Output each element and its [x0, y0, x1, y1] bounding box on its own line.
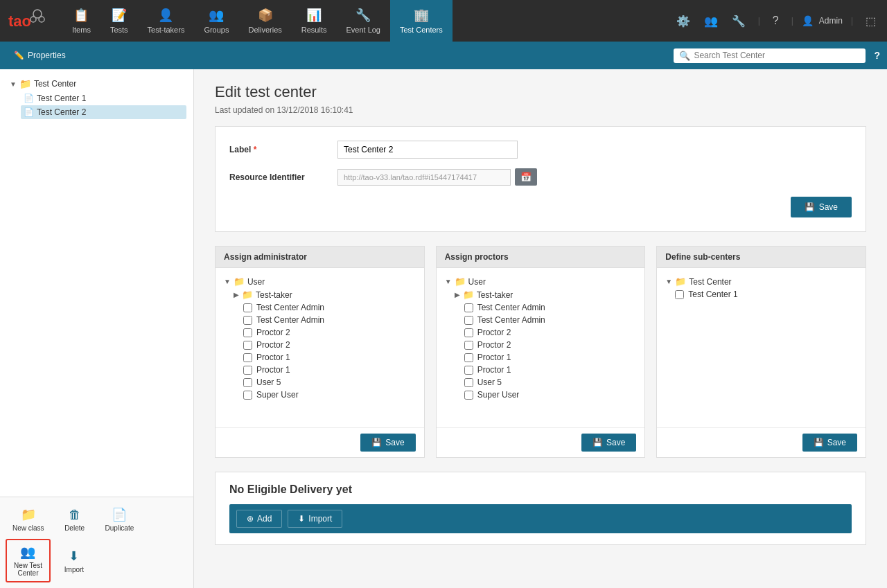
assign-admin-save-btn[interactable]: 💾 Save [360, 434, 415, 452]
new-test-center-icon: 👥 [20, 544, 35, 560]
nav-item-test-centers[interactable]: 🏢 Test Centers [390, 0, 453, 42]
proctor-user-root[interactable]: ▼ 📁 User [445, 275, 637, 288]
assign-proctors-save-btn[interactable]: 💾 Save [581, 434, 636, 452]
admin-testtaker-item[interactable]: ▶ 📁 Test-taker [234, 288, 416, 301]
nav-item-results[interactable]: 📊 Results [292, 0, 337, 42]
delivery-actions: ⊕ Add ⬇ Import [229, 504, 852, 533]
proctor-item-2: Proctor 2 [464, 326, 637, 339]
duplicate-btn[interactable]: 📄 Duplicate [98, 503, 141, 536]
tc1-label: Test Center 1 [37, 93, 86, 103]
divider-3: | [851, 16, 853, 26]
proctor-checkbox-0[interactable] [464, 303, 473, 312]
proctor-checkbox-3[interactable] [464, 341, 473, 350]
proctor-checkbox-5[interactable] [464, 366, 473, 375]
resource-picker-btn[interactable]: 📅 [515, 168, 537, 186]
svg-text:tao: tao [8, 12, 31, 30]
tree-item-tc2[interactable]: 📄 Test Center 2 [21, 105, 186, 119]
proctor-checkbox-7[interactable] [464, 391, 473, 400]
proctor-checkbox-2[interactable] [464, 328, 473, 337]
admin-test-taker-group: ▶ 📁 Test-taker [224, 288, 416, 301]
admin-checkbox-6[interactable] [243, 378, 252, 387]
new-test-center-label: New TestCenter [14, 562, 42, 577]
duplicate-icon: 📄 [112, 507, 127, 522]
nav-item-deliveries[interactable]: 📦 Deliveries [238, 0, 291, 42]
admin-checkbox-5[interactable] [243, 366, 252, 375]
admin-user-expand: ▼ [224, 278, 231, 285]
assign-admin-header: Assign administrator [216, 247, 424, 268]
assign-admin-footer: 💾 Save [216, 427, 424, 457]
assign-admin-panel: Assign administrator ▼ 📁 User ▶ 📁 Test-t… [215, 246, 425, 458]
settings-btn[interactable]: ⚙️ [672, 12, 694, 30]
admin-user-folder-icon: 📁 [234, 276, 245, 287]
proctor-checkbox-1[interactable] [464, 316, 473, 325]
sidebar-tree: ▼ 📁 Test Center 📄 Test Center 1 📄 Test C… [0, 69, 193, 497]
proctor-user-expand: ▼ [445, 278, 452, 285]
admin-item-6: User 5 [243, 376, 416, 389]
form-save-btn[interactable]: 💾 Save [791, 197, 852, 217]
proctor-checkbox-6[interactable] [464, 378, 473, 387]
admin-user-icon: 👤 [802, 15, 814, 26]
resource-input[interactable] [337, 169, 511, 186]
subcenter-checkbox-0[interactable] [675, 290, 684, 299]
nav-item-tests[interactable]: 📝 Tests [100, 0, 138, 42]
logout-btn[interactable]: ⬚ [861, 12, 880, 30]
admin-testtaker-folder-icon: 📁 [242, 289, 253, 300]
admin-checkbox-4[interactable] [243, 353, 252, 362]
save-icon: 💾 [805, 202, 815, 212]
admin-checkbox-7[interactable] [243, 391, 252, 400]
proctor-checkbox-4[interactable] [464, 353, 473, 362]
proctor-test-taker-group: ▶ 📁 Test-taker [445, 288, 637, 301]
sidebar-actions: 📁 New class 🗑 Delete 📄 Duplicate 👥 New T… [0, 497, 193, 588]
admin-checkbox-2[interactable] [243, 328, 252, 337]
search-container: 🔍 [674, 48, 866, 63]
label-input[interactable] [337, 141, 518, 159]
admin-items-list: Test Center Admin Test Center Admin Proc… [224, 301, 416, 401]
delete-btn[interactable]: 🗑 Delete [54, 503, 96, 536]
new-class-btn[interactable]: 📁 New class [6, 503, 51, 536]
nav-item-items[interactable]: 📋 Items [62, 0, 100, 42]
admin-checkbox-1[interactable] [243, 316, 252, 325]
nav-item-event-log[interactable]: 🔧 Event Log [336, 0, 390, 42]
import-btn[interactable]: ⬇ Import [53, 539, 95, 582]
tree-item-tc1[interactable]: 📄 Test Center 1 [21, 91, 186, 105]
define-subcenters-save-btn[interactable]: 💾 Save [802, 434, 857, 452]
users-btn[interactable]: 👥 [700, 12, 722, 30]
admin-user-root[interactable]: ▼ 📁 User [224, 275, 416, 288]
admin-save-icon: 💾 [371, 438, 382, 447]
subcenter-expand: ▼ [665, 278, 672, 285]
nav-item-test-takers[interactable]: 👤 Test-takers [138, 0, 195, 42]
resource-row: Resource Identifier 📅 [229, 168, 852, 186]
new-test-center-btn[interactable]: 👥 New TestCenter [6, 539, 51, 582]
admin-item-5: Proctor 1 [243, 364, 416, 376]
nav-item-groups[interactable]: 👥 Groups [194, 0, 238, 42]
nav-right: ⚙️ 👥 🔧 | ? | 👤 Admin | ⬚ [672, 12, 880, 30]
divider-1: | [758, 16, 760, 26]
assign-proctors-header: Assign proctors [437, 247, 645, 268]
admin-checkbox-3[interactable] [243, 341, 252, 350]
delivery-import-btn[interactable]: ⬇ Import [288, 510, 342, 528]
proctor-testtaker-item[interactable]: ▶ 📁 Test-taker [455, 288, 637, 301]
admin-item-3: Proctor 2 [243, 339, 416, 351]
subcenter-save-icon: 💾 [814, 438, 824, 447]
tools-btn[interactable]: 🔧 [728, 12, 750, 30]
subcenter-item-0: Test Center 1 [675, 288, 857, 301]
admin-item-0: Test Center Admin [243, 301, 416, 314]
test-centers-icon: 🏢 [414, 8, 429, 23]
assign-proctors-footer: 💾 Save [437, 427, 645, 457]
tree-root[interactable]: ▼ 📁 Test Center [7, 76, 186, 91]
subcenter-root[interactable]: ▼ 📁 Test Center [665, 275, 857, 288]
delivery-add-btn[interactable]: ⊕ Add [236, 510, 282, 528]
properties-btn[interactable]: ✏️ Properties [7, 47, 73, 64]
admin-item-4: Proctor 1 [243, 351, 416, 364]
tc2-icon: 📄 [24, 107, 34, 117]
assign-admin-body: ▼ 📁 User ▶ 📁 Test-taker [216, 268, 424, 427]
search-input[interactable] [694, 51, 860, 60]
admin-checkbox-0[interactable] [243, 303, 252, 312]
root-expand-arrow: ▼ [10, 80, 17, 88]
toolbar-help-btn[interactable]: ? [874, 50, 880, 61]
assign-proctors-panel: Assign proctors ▼ 📁 User ▶ 📁 Test-taker [436, 246, 646, 458]
add-icon: ⊕ [247, 514, 254, 524]
proctor-item-7: Super User [464, 389, 637, 401]
help-btn[interactable]: ? [769, 12, 783, 30]
define-subcenters-body: ▼ 📁 Test Center Test Center 1 [657, 268, 866, 427]
